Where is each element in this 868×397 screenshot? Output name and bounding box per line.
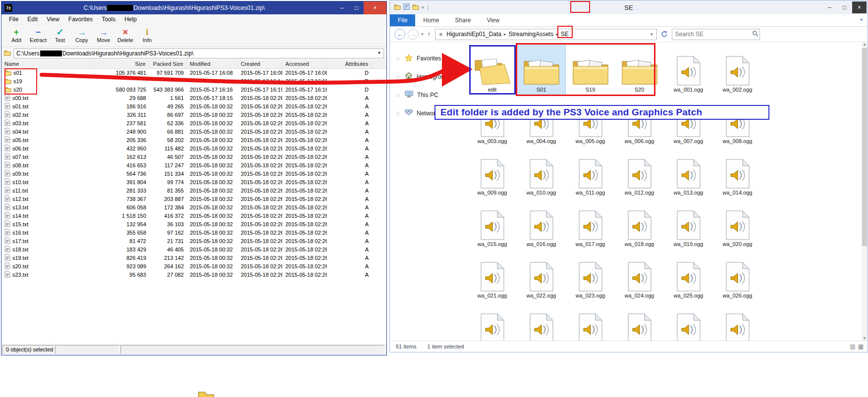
tab-file[interactable]: File [390, 14, 415, 26]
maximize-button[interactable]: □ [837, 1, 852, 13]
chevron-down-icon[interactable]: ▾ [651, 32, 654, 37]
folder-tile-s19[interactable]: S19 [566, 44, 614, 96]
file-tile-partial[interactable] [664, 301, 712, 341]
column-header-created[interactable]: Created [238, 60, 282, 68]
file-tile-partial[interactable] [713, 301, 761, 341]
table-row[interactable]: s18.txt183 42946 4052015-05-18 00:322015… [1, 246, 386, 254]
table-row[interactable]: s08.txt416 653117 2472015-05-18 00:32201… [1, 161, 386, 170]
address-input[interactable]: C:\UsersDownloads\Higurashi\HigurashiPS3… [13, 49, 384, 58]
expander-icon[interactable]: ▷ [397, 56, 401, 61]
file-tile-wa_005[interactable]: wa_005.ogg [566, 96, 614, 147]
move-button[interactable]: →Move [93, 28, 114, 43]
breadcrumb[interactable]: « HigurashiEp01_Data▸StreamingAssets▸SE … [435, 29, 657, 40]
table-row[interactable]: s20.txt923 089264 1622015-05-18 00:32201… [1, 262, 386, 271]
close-button[interactable]: × [364, 1, 386, 14]
chevron-down-icon[interactable]: ▼ [377, 50, 381, 55]
file-tile-wa_021[interactable]: wa_021.ogg [468, 250, 516, 301]
table-row[interactable]: s15.txt132 95436 1032015-05-18 00:322015… [1, 220, 386, 229]
file-tile-wa_020[interactable]: wa_020.ogg [713, 198, 761, 250]
table-row[interactable]: s17.txt81 47221 7312015-05-18 00:322015-… [1, 237, 386, 246]
file-tile-partial[interactable] [468, 301, 516, 341]
expander-icon[interactable]: ▷ [397, 74, 401, 79]
folder-tile-edit[interactable]: edit [468, 44, 516, 96]
table-row[interactable]: s14.txt1 518 150416 3722015-05-18 00:322… [1, 212, 386, 220]
breadcrumb-segment-se[interactable]: SE [558, 31, 571, 38]
table-row[interactable]: s06.txt432 950115 4822015-05-18 00:32201… [1, 145, 386, 153]
file-tile-wa_023[interactable]: wa_023.ogg [566, 250, 614, 301]
sidebar-item-network[interactable]: ▷Network [390, 104, 467, 122]
file-tile-wa_026[interactable]: wa_026.ogg [713, 250, 761, 301]
table-row[interactable]: s12.txt738 367203 8872015-05-18 00:32201… [1, 195, 386, 203]
table-row[interactable]: s13.txt606 058172 3842015-05-18 00:32201… [1, 203, 386, 212]
info-button[interactable]: iInfo [136, 28, 158, 43]
minimize-button[interactable]: – [335, 1, 349, 14]
back-button[interactable]: ← [394, 29, 405, 40]
table-row[interactable]: s09.txt564 736151 3342015-05-18 00:32201… [1, 170, 386, 178]
close-button[interactable]: × [852, 1, 867, 13]
folder-tile-s01[interactable]: S01 [517, 44, 565, 96]
expand-ribbon-icon[interactable]: ▾ [860, 17, 863, 22]
table-row[interactable]: s04.txt248 90066 8812015-05-18 00:322015… [1, 128, 386, 136]
table-row[interactable]: s20580 093 725543 383 9662015-05-17 16:1… [1, 86, 386, 94]
expander-icon[interactable]: ▷ [397, 111, 401, 116]
file-tile-wa_012[interactable]: wa_012.ogg [615, 147, 663, 198]
minimize-button[interactable]: – [822, 1, 837, 13]
up-button[interactable]: ↑ [428, 30, 431, 38]
file-tile-wa_010[interactable]: wa_010.ogg [517, 147, 565, 198]
table-row[interactable]: s11.txt281 33381 3552015-05-18 00:322015… [1, 187, 386, 195]
table-row[interactable]: s03.txt237 58162 3362015-05-18 00:322015… [1, 119, 386, 128]
file-tile-wa_014[interactable]: wa_014.ogg [713, 147, 761, 198]
folder-tile-s20[interactable]: S20 [615, 44, 663, 96]
expander-icon[interactable]: ▷ [397, 93, 401, 98]
column-header-size[interactable]: Size [94, 60, 149, 68]
table-row[interactable]: s07.txt162 61346 5072015-05-18 00:322015… [1, 153, 386, 161]
column-header-modified[interactable]: Modified [187, 60, 238, 68]
file-tile-wa_001[interactable]: wa_001.ogg [664, 44, 712, 96]
copy-button[interactable]: →Copy [71, 28, 93, 43]
properties-icon[interactable] [403, 3, 410, 12]
file-tile-wa_008[interactable]: wa_008.ogg [713, 96, 761, 147]
menu-tools[interactable]: Tools [97, 16, 120, 23]
file-tile-wa_006[interactable]: wa_006.ogg [615, 96, 663, 147]
breadcrumb-segment-streamingassets[interactable]: StreamingAssets [506, 31, 556, 38]
table-row[interactable]: s05.txt205 33658 2022015-05-18 00:322015… [1, 136, 386, 145]
breadcrumb-segment-higurashiep01_data[interactable]: HigurashiEp01_Data [444, 31, 504, 38]
file-tile-partial[interactable] [566, 301, 614, 341]
file-tile-partial[interactable] [517, 301, 565, 341]
thumbnail-view-icon[interactable]: ▦ [858, 343, 864, 350]
file-tile-wa_016[interactable]: wa_016.ogg [517, 198, 565, 250]
table-row[interactable]: s01105 376 48197 591 7092015-05-17 16:08… [1, 69, 386, 77]
column-header-accessed[interactable]: Accessed [282, 60, 327, 68]
file-tile-wa_019[interactable]: wa_019.ogg [664, 198, 712, 250]
table-row[interactable]: s10.txt391 80499 7742015-05-18 00:322015… [1, 178, 386, 187]
maximize-button[interactable]: □ [349, 1, 364, 14]
vertical-scrollbar[interactable]: ▲ ▼ [862, 42, 868, 341]
table-row[interactable]: s01.txt186 91649 2652015-05-18 00:322015… [1, 102, 386, 111]
table-row[interactable]: s192015-05-17 16:142015-05-17 16:15D [1, 77, 386, 86]
forward-button[interactable]: → [408, 29, 419, 40]
menu-edit[interactable]: Edit [23, 16, 42, 23]
table-row[interactable]: s02.txt326 31186 6972015-05-18 00:322015… [1, 111, 386, 119]
file-tile-wa_009[interactable]: wa_009.ogg [468, 147, 516, 198]
new-folder-icon[interactable] [412, 3, 419, 12]
scroll-up-icon[interactable]: ▲ [863, 42, 867, 47]
table-row[interactable]: s16.txt355 65897 1622015-05-18 00:322015… [1, 229, 386, 237]
taskbar-folder-icon[interactable] [197, 390, 215, 397]
file-tile-wa_018[interactable]: wa_018.ogg [615, 198, 663, 250]
extract-button[interactable]: −Extract [27, 28, 49, 43]
file-tile-wa_002[interactable]: wa_002.ogg [713, 44, 761, 96]
file-tile-wa_024[interactable]: wa_024.ogg [615, 250, 663, 301]
tab-view[interactable]: View [479, 14, 507, 26]
search-icon[interactable] [752, 30, 759, 39]
sidebar-item-this-pc[interactable]: ▷This PC [390, 86, 467, 104]
file-tile-wa_025[interactable]: wa_025.ogg [664, 250, 712, 301]
file-tile-partial[interactable] [615, 301, 663, 341]
delete-button[interactable]: ×Delete [114, 28, 136, 43]
search-input[interactable] [675, 31, 752, 38]
file-tile-wa_007[interactable]: wa_007.ogg [664, 96, 712, 147]
menu-file[interactable]: File [4, 16, 23, 23]
file-tile-wa_011[interactable]: wa_011.ogg [566, 147, 614, 198]
table-row[interactable]: s19.txt826 419213 1422015-05-18 00:32201… [1, 254, 386, 262]
recent-locations-icon[interactable]: ▾ [421, 32, 424, 37]
file-tile-wa_017[interactable]: wa_017.ogg [566, 198, 614, 250]
